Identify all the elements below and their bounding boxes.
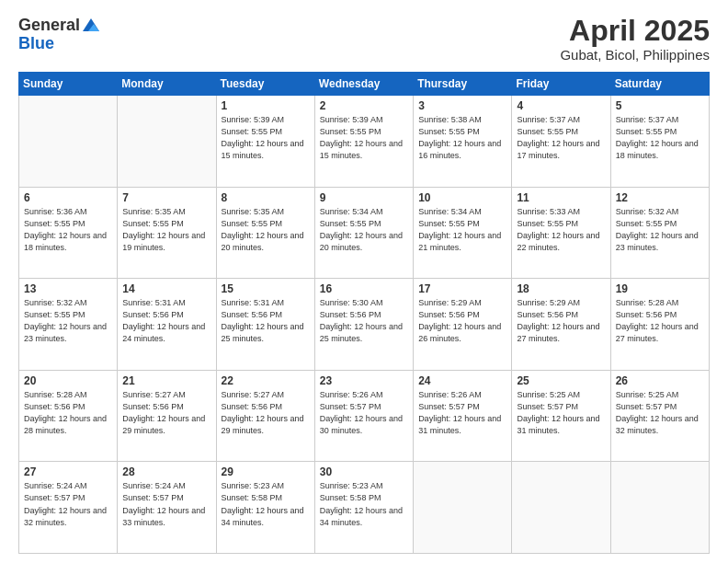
calendar-cell: 4Sunrise: 5:37 AM Sunset: 5:55 PM Daylig… xyxy=(512,96,610,188)
day-info: Sunrise: 5:28 AM Sunset: 5:56 PM Dayligh… xyxy=(24,389,112,437)
day-number: 5 xyxy=(616,99,704,112)
day-info: Sunrise: 5:26 AM Sunset: 5:57 PM Dayligh… xyxy=(418,389,506,437)
day-info: Sunrise: 5:37 AM Sunset: 5:55 PM Dayligh… xyxy=(616,114,704,162)
logo-blue-text: Blue xyxy=(18,35,101,52)
calendar-cell xyxy=(19,96,118,188)
calendar-cell: 23Sunrise: 5:26 AM Sunset: 5:57 PM Dayli… xyxy=(314,370,413,462)
day-number: 24 xyxy=(418,374,506,387)
calendar-cell: 12Sunrise: 5:32 AM Sunset: 5:55 PM Dayli… xyxy=(610,187,709,279)
day-number: 14 xyxy=(122,282,210,295)
calendar-cell: 15Sunrise: 5:31 AM Sunset: 5:56 PM Dayli… xyxy=(216,279,314,371)
day-info: Sunrise: 5:32 AM Sunset: 5:55 PM Dayligh… xyxy=(616,206,704,254)
calendar-cell: 1Sunrise: 5:39 AM Sunset: 5:55 PM Daylig… xyxy=(216,96,314,188)
calendar-cell: 28Sunrise: 5:24 AM Sunset: 5:57 PM Dayli… xyxy=(118,462,216,554)
day-number: 29 xyxy=(222,465,310,478)
header: General Blue April 2025 Gubat, Bicol, Ph… xyxy=(18,15,710,63)
calendar-cell: 30Sunrise: 5:23 AM Sunset: 5:58 PM Dayli… xyxy=(314,462,413,554)
calendar-cell: 3Sunrise: 5:38 AM Sunset: 5:55 PM Daylig… xyxy=(414,96,512,188)
day-info: Sunrise: 5:27 AM Sunset: 5:56 PM Dayligh… xyxy=(122,389,210,437)
calendar-cell: 7Sunrise: 5:35 AM Sunset: 5:55 PM Daylig… xyxy=(118,187,216,279)
logo-icon xyxy=(81,15,101,35)
calendar-cell: 24Sunrise: 5:26 AM Sunset: 5:57 PM Dayli… xyxy=(414,370,512,462)
day-number: 11 xyxy=(517,191,605,204)
day-number: 26 xyxy=(616,374,704,387)
day-info: Sunrise: 5:35 AM Sunset: 5:55 PM Dayligh… xyxy=(122,206,210,254)
day-info: Sunrise: 5:23 AM Sunset: 5:58 PM Dayligh… xyxy=(222,480,310,528)
calendar-cell xyxy=(414,462,512,554)
day-number: 12 xyxy=(616,191,704,204)
calendar-cell: 10Sunrise: 5:34 AM Sunset: 5:55 PM Dayli… xyxy=(414,187,512,279)
day-info: Sunrise: 5:39 AM Sunset: 5:55 PM Dayligh… xyxy=(320,114,408,162)
day-number: 7 xyxy=(122,191,210,204)
day-number: 10 xyxy=(418,191,506,204)
calendar-cell: 11Sunrise: 5:33 AM Sunset: 5:55 PM Dayli… xyxy=(512,187,610,279)
calendar-cell: 27Sunrise: 5:24 AM Sunset: 5:57 PM Dayli… xyxy=(19,462,118,554)
calendar-week-row: 13Sunrise: 5:32 AM Sunset: 5:55 PM Dayli… xyxy=(19,279,710,371)
day-info: Sunrise: 5:35 AM Sunset: 5:55 PM Dayligh… xyxy=(222,206,310,254)
calendar-week-row: 27Sunrise: 5:24 AM Sunset: 5:57 PM Dayli… xyxy=(19,462,710,554)
column-header-tuesday: Tuesday xyxy=(216,73,314,96)
day-number: 13 xyxy=(24,282,112,295)
day-info: Sunrise: 5:25 AM Sunset: 5:57 PM Dayligh… xyxy=(616,389,704,437)
day-info: Sunrise: 5:25 AM Sunset: 5:57 PM Dayligh… xyxy=(517,389,605,437)
calendar-cell: 26Sunrise: 5:25 AM Sunset: 5:57 PM Dayli… xyxy=(610,370,709,462)
day-number: 2 xyxy=(320,99,408,112)
day-number: 27 xyxy=(24,465,112,478)
calendar-cell: 17Sunrise: 5:29 AM Sunset: 5:56 PM Dayli… xyxy=(414,279,512,371)
day-info: Sunrise: 5:27 AM Sunset: 5:56 PM Dayligh… xyxy=(222,389,310,437)
calendar-cell: 13Sunrise: 5:32 AM Sunset: 5:55 PM Dayli… xyxy=(19,279,118,371)
day-number: 8 xyxy=(222,191,310,204)
day-number: 19 xyxy=(616,282,704,295)
calendar-cell: 22Sunrise: 5:27 AM Sunset: 5:56 PM Dayli… xyxy=(216,370,314,462)
day-number: 17 xyxy=(418,282,506,295)
calendar-cell: 21Sunrise: 5:27 AM Sunset: 5:56 PM Dayli… xyxy=(118,370,216,462)
calendar-cell xyxy=(610,462,709,554)
day-info: Sunrise: 5:23 AM Sunset: 5:58 PM Dayligh… xyxy=(320,480,408,528)
calendar-header-row: SundayMondayTuesdayWednesdayThursdayFrid… xyxy=(19,73,710,96)
day-number: 28 xyxy=(122,465,210,478)
column-header-monday: Monday xyxy=(118,73,216,96)
day-info: Sunrise: 5:28 AM Sunset: 5:56 PM Dayligh… xyxy=(616,297,704,345)
day-number: 25 xyxy=(517,374,605,387)
calendar-cell: 18Sunrise: 5:29 AM Sunset: 5:56 PM Dayli… xyxy=(512,279,610,371)
calendar-cell: 8Sunrise: 5:35 AM Sunset: 5:55 PM Daylig… xyxy=(216,187,314,279)
column-header-sunday: Sunday xyxy=(19,73,118,96)
calendar-location: Gubat, Bicol, Philippines xyxy=(560,47,710,63)
calendar-cell: 6Sunrise: 5:36 AM Sunset: 5:55 PM Daylig… xyxy=(19,187,118,279)
day-info: Sunrise: 5:38 AM Sunset: 5:55 PM Dayligh… xyxy=(418,114,506,162)
day-info: Sunrise: 5:24 AM Sunset: 5:57 PM Dayligh… xyxy=(122,480,210,528)
day-number: 4 xyxy=(517,99,605,112)
day-info: Sunrise: 5:24 AM Sunset: 5:57 PM Dayligh… xyxy=(24,480,112,528)
day-info: Sunrise: 5:37 AM Sunset: 5:55 PM Dayligh… xyxy=(517,114,605,162)
logo-general-text: General xyxy=(18,17,80,33)
calendar-table: SundayMondayTuesdayWednesdayThursdayFrid… xyxy=(18,72,710,554)
calendar-cell: 25Sunrise: 5:25 AM Sunset: 5:57 PM Dayli… xyxy=(512,370,610,462)
calendar-cell xyxy=(512,462,610,554)
day-number: 15 xyxy=(222,282,310,295)
day-info: Sunrise: 5:29 AM Sunset: 5:56 PM Dayligh… xyxy=(517,297,605,345)
calendar-week-row: 6Sunrise: 5:36 AM Sunset: 5:55 PM Daylig… xyxy=(19,187,710,279)
page: General Blue April 2025 Gubat, Bicol, Ph… xyxy=(0,0,728,563)
calendar-cell: 5Sunrise: 5:37 AM Sunset: 5:55 PM Daylig… xyxy=(610,96,709,188)
calendar-title: April 2025 xyxy=(560,15,710,47)
day-info: Sunrise: 5:34 AM Sunset: 5:55 PM Dayligh… xyxy=(418,206,506,254)
calendar-week-row: 1Sunrise: 5:39 AM Sunset: 5:55 PM Daylig… xyxy=(19,96,710,188)
day-info: Sunrise: 5:32 AM Sunset: 5:55 PM Dayligh… xyxy=(24,297,112,345)
day-number: 23 xyxy=(320,374,408,387)
title-block: April 2025 Gubat, Bicol, Philippines xyxy=(560,15,710,63)
calendar-cell: 16Sunrise: 5:30 AM Sunset: 5:56 PM Dayli… xyxy=(314,279,413,371)
day-number: 22 xyxy=(222,374,310,387)
day-number: 30 xyxy=(320,465,408,478)
calendar-cell: 2Sunrise: 5:39 AM Sunset: 5:55 PM Daylig… xyxy=(314,96,413,188)
column-header-wednesday: Wednesday xyxy=(314,73,413,96)
calendar-cell xyxy=(118,96,216,188)
day-number: 1 xyxy=(222,99,310,112)
column-header-thursday: Thursday xyxy=(414,73,512,96)
day-info: Sunrise: 5:31 AM Sunset: 5:56 PM Dayligh… xyxy=(222,297,310,345)
calendar-week-row: 20Sunrise: 5:28 AM Sunset: 5:56 PM Dayli… xyxy=(19,370,710,462)
day-number: 9 xyxy=(320,191,408,204)
calendar-cell: 9Sunrise: 5:34 AM Sunset: 5:55 PM Daylig… xyxy=(314,187,413,279)
day-info: Sunrise: 5:26 AM Sunset: 5:57 PM Dayligh… xyxy=(320,389,408,437)
day-number: 18 xyxy=(517,282,605,295)
day-number: 3 xyxy=(418,99,506,112)
